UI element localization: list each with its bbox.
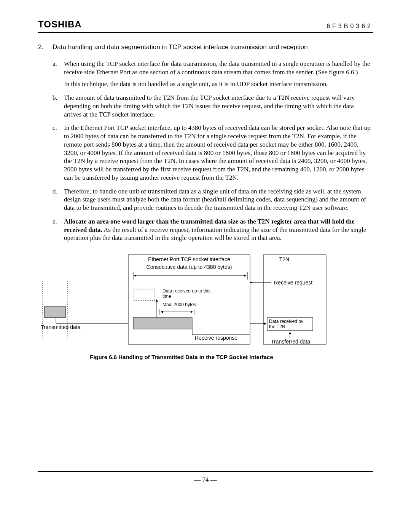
paragraph: In this technique, the data is not handl…	[64, 80, 373, 88]
label-transferred: Transferred data	[271, 339, 310, 345]
sub-item-c: c. In the Ethernet Port TCP socket inter…	[53, 124, 373, 182]
document-number: 6F3B0362	[327, 23, 373, 30]
label-rxuptotime1: Data received up to this	[162, 288, 210, 294]
label-max2000: Max: 2000 bytes	[162, 302, 196, 307]
paragraph: When using the TCP socket interface for …	[64, 60, 373, 77]
sub-item-e: e. Allocate an area one word larger than…	[53, 217, 373, 242]
label-receive-request: Receive request	[274, 280, 312, 286]
sub-body: Therefore, to handle one unit of transmi…	[64, 187, 373, 212]
page-header: TOSHIBA 6F3B0362	[38, 19, 373, 33]
label-rxbyT2N1: Data received by	[269, 319, 303, 324]
figure-6-6: Ethernet Port TCP socket interface Conse…	[35, 253, 328, 348]
label-rxuptotime2: time	[162, 294, 171, 299]
paragraph: The amount of data transmitted to the T2…	[64, 94, 373, 118]
list-title: Data handling and data segmentation in T…	[53, 43, 373, 51]
list-item-2: 2. Data handling and data segmentation i…	[38, 43, 373, 51]
sub-list: a. When using the TCP socket interface f…	[53, 60, 373, 361]
sub-body: In the Ethernet Port TCP socket interfac…	[64, 124, 373, 182]
figure-caption: Figure 6.6 Handling of Transmitted Data …	[35, 353, 328, 361]
label-ethernet: Ethernet Port TCP socket interface	[148, 256, 230, 262]
sub-item-a: a. When using the TCP socket interface f…	[53, 60, 373, 88]
sub-item-d: d. Therefore, to handle one unit of tran…	[53, 187, 373, 212]
label-consecutive: Consecutive data (up to 4380 bytes)	[147, 264, 232, 270]
sub-body: The amount of data transmitted to the T2…	[64, 94, 373, 118]
svg-rect-10	[134, 289, 155, 300]
paragraph: Allocate an area one word larger than th…	[64, 217, 373, 242]
svg-rect-11	[133, 318, 192, 329]
page-number: — 74 —	[194, 476, 217, 483]
svg-rect-4	[263, 255, 326, 344]
content-body: 2. Data handling and data segmentation i…	[38, 43, 373, 361]
rest-text: As the result of a receive request, info…	[64, 226, 366, 242]
sub-body: Allocate an area one word larger than th…	[64, 217, 373, 242]
paragraph: Therefore, to handle one unit of transmi…	[64, 187, 373, 212]
sub-marker: e.	[53, 217, 64, 242]
label-transmitted: Transmitted data	[41, 324, 81, 330]
paragraph: In the Ethernet Port TCP socket interfac…	[64, 124, 373, 182]
sub-marker: a.	[53, 60, 64, 88]
label-t2n: T2N	[279, 256, 289, 262]
sub-marker: d.	[53, 187, 64, 212]
label-rxbyT2N2: the T2N	[269, 324, 285, 329]
list-marker: 2.	[38, 43, 53, 51]
sub-marker: b.	[53, 94, 64, 118]
toshiba-logo: TOSHIBA	[38, 19, 82, 30]
label-receive-response: Receive response	[195, 335, 237, 341]
page-footer: — 74 —	[38, 471, 373, 484]
sub-item-b: b. The amount of data transmitted to the…	[53, 94, 373, 118]
sub-marker: c.	[53, 124, 64, 182]
svg-rect-9	[45, 306, 65, 318]
sub-body: When using the TCP socket interface for …	[64, 60, 373, 88]
